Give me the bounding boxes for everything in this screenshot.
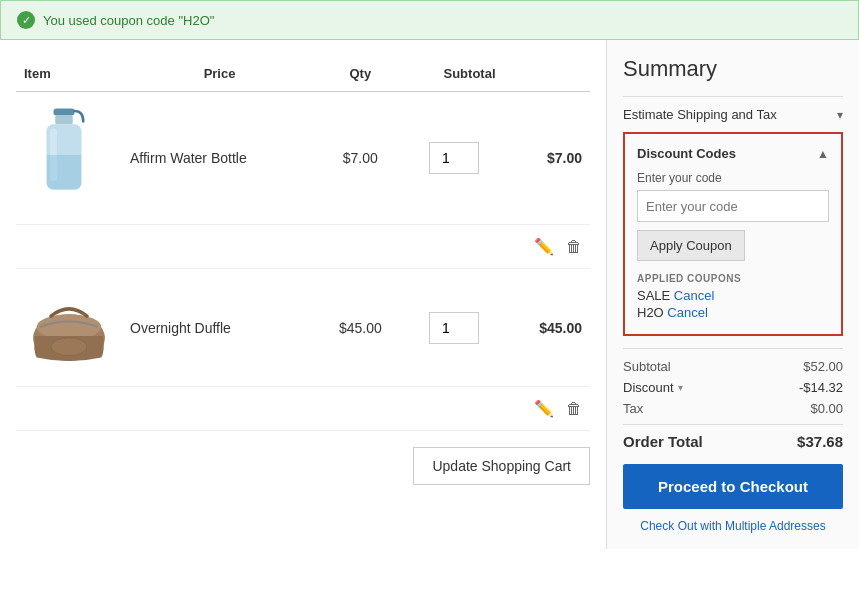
discount-line: Discount ▾ -$14.32 [623, 380, 843, 395]
multi-address-link[interactable]: Check Out with Multiple Addresses [623, 519, 843, 533]
svg-rect-1 [55, 115, 73, 124]
svg-rect-0 [54, 108, 75, 115]
table-row: Overnight Duffle $45.00 $45.00 [16, 269, 590, 387]
product-image-cell [16, 92, 122, 225]
item-actions-row-1: ✏️ 🗑 [16, 225, 590, 269]
estimate-shipping-label: Estimate Shipping and Tax [623, 107, 777, 122]
estimate-shipping-row[interactable]: Estimate Shipping and Tax ▾ [623, 96, 843, 132]
cart-table-header: Item Price Qty Subtotal [16, 56, 590, 92]
summary-title: Summary [623, 56, 843, 82]
product-price: $7.00 [317, 92, 403, 225]
delete-icon-1[interactable]: 🗑 [566, 238, 582, 256]
quantity-input[interactable] [429, 142, 479, 174]
duffle-bag-image [24, 281, 114, 371]
coupon-h2o: H2O Cancel [637, 305, 829, 320]
product-image-cell-2 [16, 269, 122, 387]
quantity-input-2[interactable] [429, 312, 479, 344]
coupon-code-input[interactable] [637, 190, 829, 222]
product-qty-cell-2 [404, 269, 504, 387]
summary-totals: Subtotal $52.00 Discount ▾ -$14.32 Tax $… [623, 348, 843, 450]
product-subtotal-2: $45.00 [504, 269, 591, 387]
discount-box-header: Discount Codes ▲ [637, 146, 829, 161]
discount-value: -$14.32 [799, 380, 843, 395]
coupon-h2o-cancel[interactable]: Cancel [667, 305, 707, 320]
discount-caret-icon: ▲ [817, 147, 829, 161]
tax-line: Tax $0.00 [623, 401, 843, 416]
enter-code-label: Enter your code [637, 171, 829, 185]
main-layout: Item Price Qty Subtotal [0, 40, 859, 549]
summary-section: Summary Estimate Shipping and Tax ▾ Disc… [607, 40, 859, 549]
discount-codes-box: Discount Codes ▲ Enter your code Apply C… [623, 132, 843, 336]
product-price-2: $45.00 [317, 269, 403, 387]
svg-point-6 [37, 314, 102, 339]
discount-label-text: Discount [623, 380, 674, 395]
order-total-label: Order Total [623, 433, 703, 450]
tax-label: Tax [623, 401, 643, 416]
check-icon: ✓ [17, 11, 35, 29]
cart-table: Item Price Qty Subtotal [16, 56, 590, 431]
water-bottle-image [24, 104, 104, 209]
product-qty-cell [404, 92, 504, 225]
delete-icon-2[interactable]: 🗑 [566, 400, 582, 418]
apply-coupon-button[interactable]: Apply Coupon [637, 230, 745, 261]
subtotal-value: $52.00 [803, 359, 843, 374]
subtotal-line: Subtotal $52.00 [623, 359, 843, 374]
coupon-notification-text: You used coupon code "H2O" [43, 13, 214, 28]
item-actions-row-2: ✏️ 🗑 [16, 387, 590, 431]
applied-coupons-section: APPLIED COUPONS SALE Cancel H2O Cancel [637, 273, 829, 320]
col-subtotal: Subtotal [404, 56, 504, 92]
product-subtotal: $7.00 [504, 92, 591, 225]
coupon-notification: ✓ You used coupon code "H2O" [0, 0, 859, 40]
product-name-2: Overnight Duffle [122, 269, 317, 387]
col-price: Price [122, 56, 317, 92]
discount-codes-label: Discount Codes [637, 146, 736, 161]
coupon-sale: SALE Cancel [637, 288, 829, 303]
discount-label-wrapper[interactable]: Discount ▾ [623, 380, 683, 395]
update-cart-button[interactable]: Update Shopping Cart [413, 447, 590, 485]
col-item: Item [16, 56, 122, 92]
cart-section: Item Price Qty Subtotal [0, 40, 607, 549]
subtotal-label: Subtotal [623, 359, 671, 374]
shipping-chevron-icon: ▾ [837, 108, 843, 122]
order-total-value: $37.68 [797, 433, 843, 450]
coupon-sale-cancel[interactable]: Cancel [674, 288, 714, 303]
update-cart-row: Update Shopping Cart [16, 431, 590, 485]
col-qty: Qty [317, 56, 403, 92]
edit-icon-1[interactable]: ✏️ [534, 237, 554, 256]
svg-point-7 [51, 338, 87, 356]
coupon-h2o-code: H2O [637, 305, 667, 320]
checkout-button[interactable]: Proceed to Checkout [623, 464, 843, 509]
product-name: Affirm Water Bottle [122, 92, 317, 225]
coupon-sale-code: SALE [637, 288, 674, 303]
edit-icon-2[interactable]: ✏️ [534, 399, 554, 418]
order-total-line: Order Total $37.68 [623, 424, 843, 450]
svg-rect-4 [47, 155, 82, 190]
tax-value: $0.00 [810, 401, 843, 416]
applied-coupons-label: APPLIED COUPONS [637, 273, 829, 284]
discount-chevron-icon: ▾ [678, 382, 683, 393]
table-row: Affirm Water Bottle $7.00 $7.00 [16, 92, 590, 225]
